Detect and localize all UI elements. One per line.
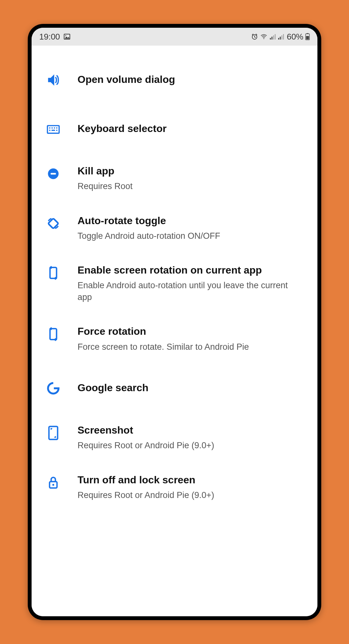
svg-rect-15 xyxy=(48,126,59,133)
svg-rect-10 xyxy=(281,35,282,40)
svg-rect-14 xyxy=(306,36,309,40)
battery-icon xyxy=(305,33,310,40)
item-subtitle: Force screen to rotate. Similar to Andro… xyxy=(78,341,301,353)
item-subtitle: Enable Android auto-rotation until you l… xyxy=(78,280,301,303)
phone-frame: 19:00 60% xyxy=(28,24,321,620)
svg-rect-4 xyxy=(270,38,271,40)
svg-rect-17 xyxy=(52,128,53,129)
svg-point-30 xyxy=(52,484,54,486)
svg-rect-5 xyxy=(271,37,272,40)
svg-point-1 xyxy=(65,35,66,36)
screenshot-icon xyxy=(44,424,62,442)
svg-rect-7 xyxy=(275,34,276,40)
item-subtitle: Requires Root xyxy=(78,180,301,192)
keyboard-icon xyxy=(44,120,62,138)
svg-rect-28 xyxy=(49,427,57,440)
svg-rect-27 xyxy=(50,329,57,340)
item-subtitle: Toggle Android auto-rotation ON/OFF xyxy=(78,230,301,242)
item-title: Turn off and lock screen xyxy=(78,473,301,487)
rotate-app-icon xyxy=(44,264,62,282)
item-force-rotation[interactable]: Force rotation Force screen to rotate. S… xyxy=(32,314,317,363)
svg-rect-24 xyxy=(51,173,56,175)
item-turn-off-lock-screen[interactable]: Turn off and lock screen Requires Root o… xyxy=(32,462,317,512)
item-title: Auto-rotate toggle xyxy=(78,214,301,228)
signal-icon-2 xyxy=(278,33,284,40)
phone-screen: 19:00 60% xyxy=(32,28,317,616)
item-google-search[interactable]: Google search xyxy=(32,363,317,413)
item-title: Google search xyxy=(78,381,301,395)
status-bar-left: 19:00 xyxy=(39,32,71,42)
item-title: Screenshot xyxy=(78,423,301,437)
svg-rect-21 xyxy=(52,130,55,131)
svg-rect-16 xyxy=(49,128,50,129)
rotate-app-icon xyxy=(44,325,62,343)
item-title: Keyboard selector xyxy=(78,122,301,135)
status-bar-right: 60% xyxy=(251,32,310,42)
image-indicator-icon xyxy=(63,33,71,40)
item-title: Force rotation xyxy=(78,325,301,338)
settings-list: Open volume dialog Keyboard selector Kil… xyxy=(32,46,317,616)
item-title: Kill app xyxy=(78,164,301,178)
svg-rect-20 xyxy=(49,130,50,131)
item-title: Open volume dialog xyxy=(78,73,301,86)
item-screenshot[interactable]: Screenshot Requires Root or Android Pie … xyxy=(32,413,317,462)
svg-rect-19 xyxy=(56,128,57,129)
svg-rect-22 xyxy=(56,130,57,131)
rotate-icon xyxy=(44,215,62,232)
item-enable-rotation-current-app[interactable]: Enable screen rotation on current app En… xyxy=(32,252,317,314)
svg-rect-11 xyxy=(283,34,284,40)
item-title: Enable screen rotation on current app xyxy=(78,263,301,277)
item-subtitle: Requires Root or Android Pie (9.0+) xyxy=(78,440,301,451)
svg-rect-6 xyxy=(273,35,274,40)
svg-rect-9 xyxy=(280,37,281,40)
item-subtitle: Requires Root or Android Pie (9.0+) xyxy=(78,489,301,501)
svg-rect-18 xyxy=(54,128,55,129)
wifi-icon xyxy=(260,33,268,40)
volume-icon xyxy=(44,71,62,89)
signal-icon-1 xyxy=(270,33,276,40)
lock-icon xyxy=(44,474,62,492)
battery-text: 60% xyxy=(287,32,303,42)
status-time: 19:00 xyxy=(39,32,60,42)
item-open-volume-dialog[interactable]: Open volume dialog xyxy=(32,55,317,104)
svg-point-3 xyxy=(263,38,264,39)
svg-rect-26 xyxy=(50,267,57,278)
alarm-icon xyxy=(251,33,258,40)
item-kill-app[interactable]: Kill app Requires Root xyxy=(32,153,317,203)
minus-circle-icon xyxy=(44,165,62,183)
google-icon xyxy=(44,379,62,397)
status-bar: 19:00 60% xyxy=(32,28,317,46)
svg-rect-8 xyxy=(278,38,279,40)
item-keyboard-selector[interactable]: Keyboard selector xyxy=(32,104,317,153)
item-auto-rotate-toggle[interactable]: Auto-rotate toggle Toggle Android auto-r… xyxy=(32,203,317,253)
